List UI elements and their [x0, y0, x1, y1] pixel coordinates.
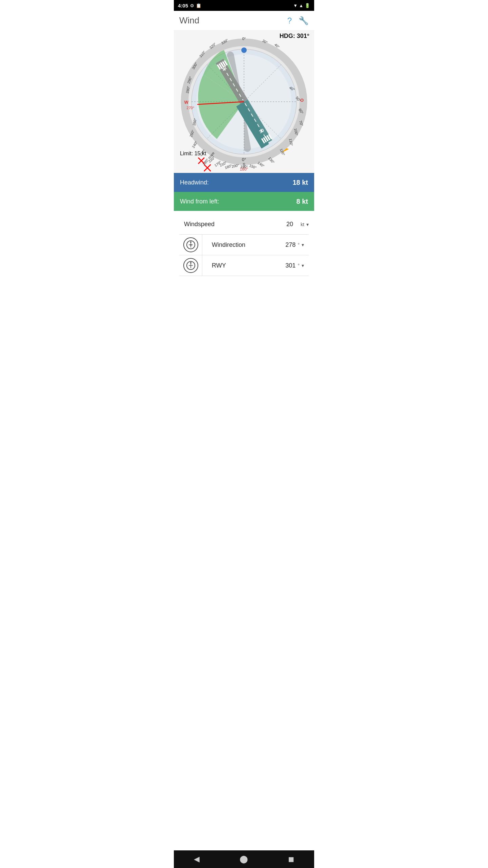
limit-label: Limit: 15 kt — [180, 151, 206, 157]
svg-text:W: W — [184, 100, 189, 105]
windirection-label: Windirection — [212, 241, 285, 249]
svg-text:200°: 200° — [231, 163, 239, 169]
battery-icon: 🔋 — [305, 3, 310, 8]
compass-container[interactable]: HDG: 301° Limit: 15 kt — [174, 31, 314, 173]
crosswind-bar: Wind from left: 8 kt — [174, 192, 314, 211]
windirection-inner[interactable]: Windirection 278 ° ▾ — [202, 235, 309, 255]
crosswind-label: Wind from left: — [180, 198, 219, 205]
headwind-label: Headwind: — [180, 179, 209, 186]
svg-text:⊕: ⊕ — [189, 243, 192, 246]
rwy-compass-icon — [183, 258, 198, 273]
windspeed-dropdown-icon[interactable]: ▾ — [306, 222, 309, 227]
wifi-icon: ▼ — [293, 3, 298, 8]
hdg-label: HDG: 301° — [280, 33, 309, 40]
headwind-bar: Headwind: 18 kt — [174, 173, 314, 192]
status-bar-right: ▼ ▲ 🔋 — [293, 3, 310, 8]
signal-icon: ▲ — [299, 3, 303, 8]
status-bar: 4:05 ⊙ 📋 ▼ ▲ 🔋 — [174, 0, 314, 11]
svg-text:150°: 150° — [249, 163, 257, 170]
windirection-right: 278 ° ▾ — [285, 241, 304, 249]
windirection-unit: ° — [298, 242, 300, 248]
rwy-right: 301 ° ▾ — [285, 262, 304, 269]
headwind-value: 18 kt — [292, 179, 308, 186]
rwy-icon-box[interactable] — [179, 255, 202, 276]
svg-text:270°: 270° — [187, 106, 195, 110]
rwy-value: 301 — [285, 262, 296, 269]
hdg-text: HDG: — [280, 33, 295, 39]
settings-icon[interactable]: 🔧 — [299, 16, 309, 25]
svg-text:130°: 130° — [267, 156, 275, 164]
time-display: 4:05 — [178, 3, 188, 8]
windspeed-unit: kt — [301, 222, 304, 227]
windirection-value: 278 — [285, 241, 296, 249]
hdg-value: 301° — [297, 33, 309, 39]
rwy-unit: ° — [298, 263, 300, 268]
windspeed-row[interactable]: Windspeed 20 kt ▾ — [179, 214, 309, 235]
rwy-row[interactable]: RWY 301 ° ▾ — [179, 255, 309, 276]
windspeed-right: 20 kt ▾ — [286, 221, 309, 228]
rwy-label: RWY — [212, 262, 285, 269]
pocket-casts-icon: ⊙ — [190, 3, 194, 8]
app-bar-actions: ? 🔧 — [287, 16, 309, 25]
windirection-compass-icon: ⊕ — [183, 237, 198, 252]
windirection-icon-box[interactable]: ⊕ — [179, 235, 202, 255]
svg-text:0°: 0° — [242, 37, 246, 41]
controls-section: Windspeed 20 kt ▾ ⊕ Windirection — [174, 214, 314, 276]
svg-text:O: O — [300, 98, 304, 103]
help-icon[interactable]: ? — [287, 16, 292, 25]
svg-text:190°: 190° — [240, 165, 248, 169]
svg-text:0°: 0° — [242, 157, 246, 162]
clipboard-icon: 📋 — [196, 3, 201, 8]
svg-point-30 — [241, 47, 247, 53]
windspeed-label: Windspeed — [184, 221, 286, 228]
app-bar: Wind ? 🔧 — [174, 11, 314, 31]
rwy-inner[interactable]: RWY 301 ° ▾ — [202, 255, 309, 276]
windspeed-value: 20 — [286, 221, 293, 228]
windirection-row[interactable]: ⊕ Windirection 278 ° ▾ — [179, 235, 309, 255]
status-bar-left: 4:05 ⊙ 📋 — [178, 3, 201, 8]
page-title: Wind — [179, 15, 199, 26]
crosswind-value: 8 kt — [297, 198, 308, 205]
rwy-dropdown-icon[interactable]: ▾ — [302, 263, 304, 268]
windirection-dropdown-icon[interactable]: ▾ — [302, 242, 304, 248]
